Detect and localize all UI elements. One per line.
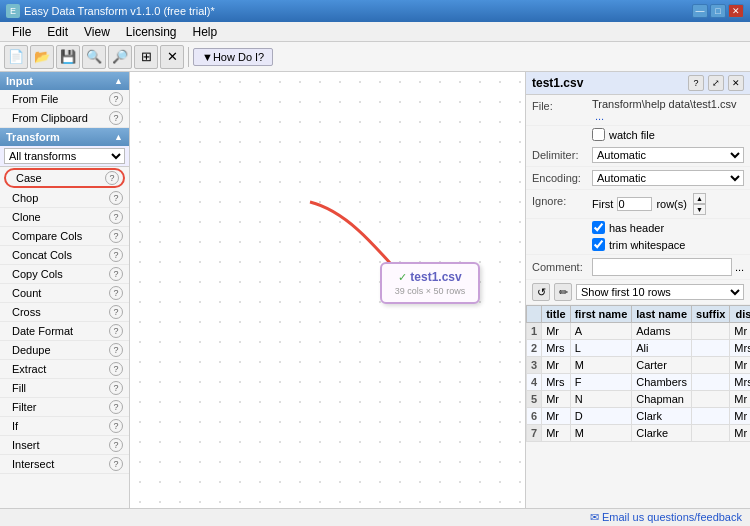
concat-cols-help-icon[interactable]: ? bbox=[109, 248, 123, 262]
maximize-button[interactable]: □ bbox=[710, 4, 726, 18]
transform-section-header[interactable]: Transform ▲ bbox=[0, 128, 129, 146]
sidebar-item-insert[interactable]: Insert ? bbox=[0, 436, 129, 455]
transform-filter-select[interactable]: All transforms bbox=[4, 148, 125, 164]
zoom-in-button[interactable]: 🔍 bbox=[82, 45, 106, 69]
encoding-label: Encoding: bbox=[532, 170, 592, 184]
canvas-node[interactable]: ✓ test1.csv 39 cols × 50 rows bbox=[380, 262, 480, 304]
edit-button[interactable]: ✏ bbox=[554, 283, 572, 301]
file-browse-link[interactable]: ... bbox=[595, 110, 604, 122]
extract-help-icon[interactable]: ? bbox=[109, 362, 123, 376]
sidebar-item-extract[interactable]: Extract ? bbox=[0, 360, 129, 379]
cell-suffix bbox=[692, 391, 730, 408]
col-header-title: title bbox=[542, 306, 571, 323]
trim-whitespace-checkbox[interactable] bbox=[592, 238, 605, 251]
sidebar-item-if[interactable]: If ? bbox=[0, 417, 129, 436]
help-button[interactable]: ? bbox=[688, 75, 704, 91]
sidebar-item-compare-cols[interactable]: Compare Cols ? bbox=[0, 227, 129, 246]
sidebar-item-concat-cols[interactable]: Concat Cols ? bbox=[0, 246, 129, 265]
menu-view[interactable]: View bbox=[76, 23, 118, 41]
sidebar-item-count[interactable]: Count ? bbox=[0, 284, 129, 303]
date-format-label: Date Format bbox=[12, 325, 73, 337]
cell-suffix bbox=[692, 374, 730, 391]
compare-cols-label: Compare Cols bbox=[12, 230, 82, 242]
cell-dis: Mr bbox=[730, 391, 750, 408]
sidebar-item-fill[interactable]: Fill ? bbox=[0, 379, 129, 398]
fill-help-icon[interactable]: ? bbox=[109, 381, 123, 395]
from-clipboard-help-icon[interactable]: ? bbox=[109, 111, 123, 125]
row-num: 5 bbox=[527, 391, 542, 408]
col-header-suffix: suffix bbox=[692, 306, 730, 323]
panel-close-button[interactable]: ✕ bbox=[728, 75, 744, 91]
cell-first-name: M bbox=[570, 425, 632, 442]
chop-help-icon[interactable]: ? bbox=[109, 191, 123, 205]
sidebar-item-from-clipboard[interactable]: From Clipboard ? bbox=[0, 109, 129, 128]
cell-last-name: Clarke bbox=[632, 425, 692, 442]
encoding-select[interactable]: Automatic UTF-8 Latin-1 bbox=[592, 170, 744, 186]
sidebar-item-cross[interactable]: Cross ? bbox=[0, 303, 129, 322]
grid-button[interactable]: ⊞ bbox=[134, 45, 158, 69]
how-do-i-button[interactable]: ▼How Do I? bbox=[193, 48, 273, 66]
close-button[interactable]: ✕ bbox=[728, 4, 744, 18]
table-row: 6 Mr D Clark Mr bbox=[527, 408, 751, 425]
delimiter-select[interactable]: Automatic Comma Tab bbox=[592, 147, 744, 163]
cross-help-icon[interactable]: ? bbox=[109, 305, 123, 319]
has-header-label: has header bbox=[609, 222, 664, 234]
if-help-icon[interactable]: ? bbox=[109, 419, 123, 433]
sidebar-item-from-file[interactable]: From File ? bbox=[0, 90, 129, 109]
cell-title: Mr bbox=[542, 408, 571, 425]
show-rows-select[interactable]: Show first 10 rows Show first 100 rows S… bbox=[576, 284, 744, 300]
row-num: 6 bbox=[527, 408, 542, 425]
compare-cols-help-icon[interactable]: ? bbox=[109, 229, 123, 243]
comment-input[interactable] bbox=[592, 258, 732, 276]
minimize-button[interactable]: — bbox=[692, 4, 708, 18]
sidebar-item-case[interactable]: Case ? bbox=[4, 168, 125, 188]
node-check-icon: ✓ bbox=[398, 271, 407, 284]
dedupe-help-icon[interactable]: ? bbox=[109, 343, 123, 357]
sidebar-item-intersect[interactable]: Intersect ? bbox=[0, 455, 129, 474]
sidebar-item-clone[interactable]: Clone ? bbox=[0, 208, 129, 227]
case-help-icon[interactable]: ? bbox=[105, 171, 119, 185]
col-header-num bbox=[527, 306, 542, 323]
menu-edit[interactable]: Edit bbox=[39, 23, 76, 41]
sidebar-item-filter[interactable]: Filter ? bbox=[0, 398, 129, 417]
main-layout: Input ▲ From File ? From Clipboard ? Tra… bbox=[0, 72, 750, 508]
clone-help-icon[interactable]: ? bbox=[109, 210, 123, 224]
copy-cols-help-icon[interactable]: ? bbox=[109, 267, 123, 281]
new-button[interactable]: 📄 bbox=[4, 45, 28, 69]
cell-suffix bbox=[692, 323, 730, 340]
sidebar-item-dedupe[interactable]: Dedupe ? bbox=[0, 341, 129, 360]
sidebar-item-copy-cols[interactable]: Copy Cols ? bbox=[0, 265, 129, 284]
open-button[interactable]: 📂 bbox=[30, 45, 54, 69]
comment-dots-button[interactable]: ... bbox=[735, 261, 744, 273]
cell-title: Mr bbox=[542, 357, 571, 374]
intersect-help-icon[interactable]: ? bbox=[109, 457, 123, 471]
count-help-icon[interactable]: ? bbox=[109, 286, 123, 300]
ignore-down-button[interactable]: ▼ bbox=[693, 204, 706, 215]
menu-help[interactable]: Help bbox=[185, 23, 226, 41]
ignore-up-button[interactable]: ▲ bbox=[693, 193, 706, 204]
save-button[interactable]: 💾 bbox=[56, 45, 80, 69]
row-num: 7 bbox=[527, 425, 542, 442]
how-do-i-label: ▼How Do I? bbox=[202, 51, 264, 63]
chop-label: Chop bbox=[12, 192, 38, 204]
from-file-help-icon[interactable]: ? bbox=[109, 92, 123, 106]
filter-help-icon[interactable]: ? bbox=[109, 400, 123, 414]
date-format-help-icon[interactable]: ? bbox=[109, 324, 123, 338]
input-section-header[interactable]: Input ▲ bbox=[0, 72, 129, 90]
has-header-checkbox[interactable] bbox=[592, 221, 605, 234]
sidebar-item-date-format[interactable]: Date Format ? bbox=[0, 322, 129, 341]
ignore-count-input[interactable] bbox=[617, 197, 652, 211]
menu-licensing[interactable]: Licensing bbox=[118, 23, 185, 41]
refresh-button[interactable]: ↺ bbox=[532, 283, 550, 301]
insert-help-icon[interactable]: ? bbox=[109, 438, 123, 452]
zoom-out-button[interactable]: 🔎 bbox=[108, 45, 132, 69]
data-table-wrap: title first name last name suffix dis 1 … bbox=[526, 305, 750, 508]
comment-label: Comment: bbox=[532, 261, 592, 273]
menu-file[interactable]: File bbox=[4, 23, 39, 41]
cell-suffix bbox=[692, 340, 730, 357]
stop-button[interactable]: ✕ bbox=[160, 45, 184, 69]
expand-button[interactable]: ⤢ bbox=[708, 75, 724, 91]
watch-file-checkbox[interactable] bbox=[592, 128, 605, 141]
sidebar-item-chop[interactable]: Chop ? bbox=[0, 189, 129, 208]
email-feedback-link[interactable]: ✉ Email us questions/feedback bbox=[590, 511, 742, 524]
